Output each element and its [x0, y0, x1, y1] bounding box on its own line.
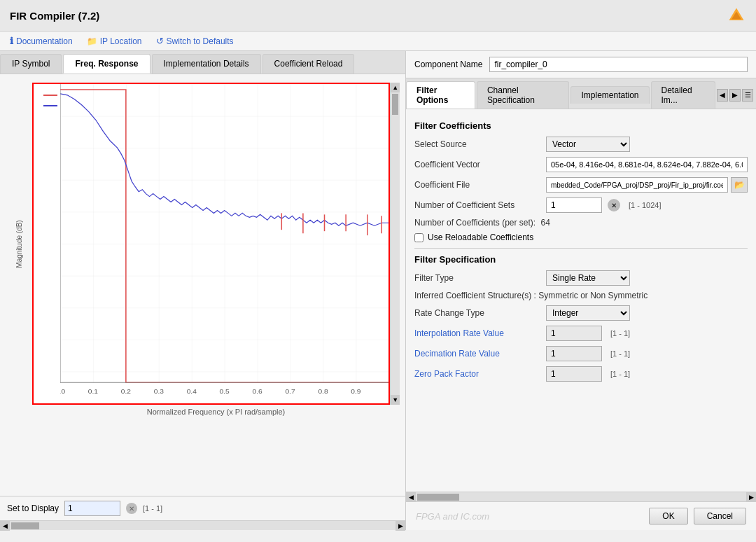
coeff-vector-row: Coefficient Vector [414, 157, 748, 172]
num-coeff-sets-label: Number of Coefficient Sets [414, 200, 540, 210]
main-container: IP Symbol Freq. Response Implementation … [0, 51, 756, 530]
zero-pack-range: [1 - 1] [610, 370, 630, 378]
tab-coeff-reload[interactable]: Coefficient Reload [262, 54, 355, 74]
select-source-label: Select Source [414, 139, 540, 149]
chart-area: Magnitude (dB) Ideal [0, 74, 405, 496]
right-horizontal-scrollbar[interactable]: ◀ ▶ [406, 492, 756, 501]
zero-pack-row: Zero Pack Factor [1 - 1] [414, 366, 748, 382]
chart-svg: -14.0 -48.0 -82.0 -116.0 -150.0 -184.0 -… [60, 84, 388, 403]
info-icon: ℹ [10, 36, 13, 46]
watermark: FPGA and IC.com [416, 511, 489, 522]
interp-rate-input[interactable] [546, 326, 602, 341]
right-scroll-left-button[interactable]: ◀ [406, 492, 416, 502]
tab-ip-symbol[interactable]: IP Symbol [0, 54, 62, 74]
quantized-line-color [43, 105, 57, 106]
tab-prev-button[interactable]: ◀ [717, 89, 728, 102]
x-axis-label: Normalized Frequency (x PI rad/sample) [32, 408, 400, 416]
left-panel: IP Symbol Freq. Response Implementation … [0, 51, 406, 530]
num-coeff-sets-input[interactable] [546, 197, 602, 213]
svg-text:0.6: 0.6 [253, 387, 263, 395]
ip-location-button[interactable]: 📁 IP Location [87, 36, 142, 46]
footer-buttons: FPGA and IC.com OK Cancel [406, 501, 756, 530]
tab-navigation-arrows: ◀ ▶ ☰ [717, 89, 756, 102]
svg-text:0.0: 0.0 [60, 387, 66, 395]
tab-channel-spec[interactable]: Channel Specification [477, 81, 570, 109]
tab-next-button[interactable]: ▶ [729, 89, 741, 102]
chart-bottom-bar: Set to Display ✕ [1 - 1] [0, 496, 405, 520]
tab-detailed-impl[interactable]: Detailed Im... [651, 81, 715, 109]
interp-rate-label: Interpolation Rate Value [414, 328, 540, 338]
svg-text:0.1: 0.1 [88, 387, 99, 395]
y-axis-column: Magnitude (dB) [6, 83, 32, 405]
scroll-thumb-v[interactable] [392, 94, 398, 115]
rate-change-type-dropdown[interactable]: Integer Fixed Fractional [546, 305, 630, 321]
coeff-file-browse-button[interactable]: 📂 [731, 177, 748, 193]
use-reloadable-row: Use Reloadable Coefficients [414, 232, 748, 242]
right-tab-bar: Filter Options Channel Specification Imp… [406, 78, 756, 109]
horizontal-scrollbar[interactable]: ◀ ▶ [0, 520, 405, 530]
interp-rate-range: [1 - 1] [610, 329, 630, 338]
cancel-button[interactable]: Cancel [694, 508, 746, 524]
switch-defaults-button[interactable]: ↺ Switch to Defaults [156, 36, 234, 46]
svg-text:0.2: 0.2 [121, 387, 132, 395]
right-bottom-area: Component Name Filter Options Channel Sp… [406, 51, 756, 530]
tab-menu-button[interactable]: ☰ [742, 89, 753, 102]
use-reloadable-checkbox[interactable] [414, 233, 424, 242]
filter-type-label: Filter Type [414, 273, 540, 283]
rate-change-type-row: Rate Change Type Integer Fixed Fractiona… [414, 305, 748, 321]
refresh-icon: ↺ [156, 36, 164, 46]
filter-type-dropdown[interactable]: Single Rate Interpolated Decimated Hilbe… [546, 270, 630, 286]
scroll-right-button[interactable]: ▶ [396, 521, 405, 531]
clear-display-button[interactable]: ✕ [126, 503, 137, 514]
logo-icon [727, 6, 746, 25]
chart-wrapper: Ideal Quantized Frequency Response (Magn… [32, 83, 390, 405]
scroll-thumb-h[interactable] [11, 522, 39, 529]
use-reloadable-label: Use Reloadable Coefficients [428, 232, 533, 242]
component-name-row: Component Name [406, 51, 756, 78]
right-content: Filter Coefficients Select Source Vector… [406, 109, 756, 492]
scroll-down-button[interactable]: ▼ [391, 395, 400, 405]
tab-freq-response[interactable]: Freq. Response [63, 54, 150, 74]
ok-button[interactable]: OK [649, 508, 687, 524]
zero-pack-label: Zero Pack Factor [414, 369, 540, 379]
scroll-left-button[interactable]: ◀ [0, 521, 10, 531]
zero-pack-input[interactable] [546, 366, 602, 382]
decim-rate-input[interactable] [546, 346, 602, 361]
title-bar: FIR Compiler (7.2) [0, 0, 756, 32]
svg-text:0.7: 0.7 [285, 387, 295, 395]
select-source-dropdown[interactable]: Vector COE File [546, 137, 630, 152]
coeff-vector-label: Coefficient Vector [414, 160, 540, 169]
component-name-input[interactable] [489, 57, 748, 72]
tab-filter-options[interactable]: Filter Options [406, 81, 475, 109]
toolbar: ℹ Documentation 📁 IP Location ↺ Switch t… [0, 32, 756, 51]
right-scroll-right-button[interactable]: ▶ [746, 492, 756, 502]
set-to-display-label: Set to Display [7, 503, 59, 513]
section-separator [414, 248, 748, 249]
inferred-coeff-info: Inferred Coefficient Structure(s) : Symm… [414, 291, 748, 300]
documentation-button[interactable]: ℹ Documentation [10, 36, 73, 46]
decim-rate-label: Decimation Rate Value [414, 349, 540, 359]
doc-label: Documentation [16, 36, 73, 46]
vertical-scrollbar[interactable]: ▲ ▼ [390, 83, 400, 405]
coeff-vector-input[interactable] [546, 157, 748, 172]
left-tab-bar: IP Symbol Freq. Response Implementation … [0, 51, 405, 74]
set-to-display-input[interactable] [64, 501, 120, 516]
svg-text:0.3: 0.3 [154, 387, 164, 395]
scroll-up-button[interactable]: ▲ [391, 83, 400, 92]
tab-implementation[interactable]: Implementation [570, 86, 649, 104]
interp-rate-row: Interpolation Rate Value [1 - 1] [414, 326, 748, 341]
chart-and-scroll: Ideal Quantized Frequency Response (Magn… [32, 83, 400, 405]
svg-rect-3 [60, 84, 388, 382]
num-coeff-sets-row: Number of Coefficient Sets ✕ [1 - 1024] [414, 197, 748, 213]
tab-impl-details[interactable]: Implementation Details [152, 54, 261, 74]
svg-text:0.8: 0.8 [318, 387, 328, 395]
right-scroll-thumb[interactable] [417, 494, 459, 501]
y-axis-label: Magnitude (dB) [15, 220, 23, 267]
rate-change-type-label: Rate Change Type [414, 308, 540, 318]
select-source-row: Select Source Vector COE File [414, 137, 748, 152]
filter-specification-title: Filter Specification [414, 254, 748, 265]
coeff-file-input[interactable] [546, 177, 728, 193]
clear-coeff-sets-button[interactable]: ✕ [608, 199, 620, 211]
num-coeffs-info: Number of Coefficients (per set): 64 [414, 218, 748, 228]
component-name-label: Component Name [414, 60, 482, 69]
